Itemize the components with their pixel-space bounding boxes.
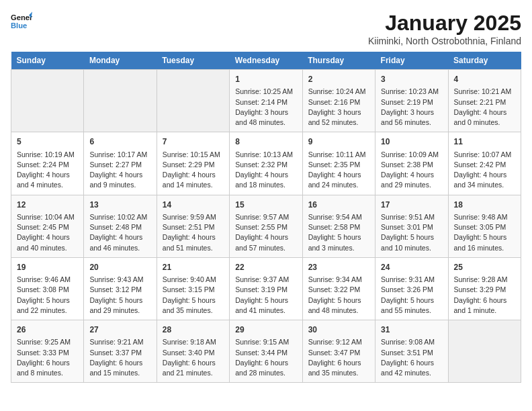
day-number: 16 <box>308 199 369 211</box>
day-info: Sunrise: 10:17 AM Sunset: 2:27 PM Daylig… <box>89 150 150 191</box>
subtitle: Kiiminki, North Ostrobothnia, Finland <box>368 36 521 46</box>
day-info: Sunrise: 9:46 AM Sunset: 3:08 PM Dayligh… <box>17 275 78 316</box>
day-number: 18 <box>454 199 515 211</box>
day-info: Sunrise: 10:21 AM Sunset: 2:21 PM Daylig… <box>454 87 515 128</box>
calendar-cell: 4Sunrise: 10:21 AM Sunset: 2:21 PM Dayli… <box>448 70 521 132</box>
day-info: Sunrise: 10:13 AM Sunset: 2:32 PM Daylig… <box>235 150 296 191</box>
day-info: Sunrise: 10:25 AM Sunset: 2:14 PM Daylig… <box>235 87 296 128</box>
day-info: Sunrise: 9:37 AM Sunset: 3:19 PM Dayligh… <box>235 275 296 316</box>
day-number: 28 <box>163 324 224 336</box>
calendar-cell: 27Sunrise: 9:21 AM Sunset: 3:37 PM Dayli… <box>84 320 157 383</box>
page-header: General Blue January 2025 Kiiminki, Nort… <box>11 11 521 46</box>
calendar-week-row: 1Sunrise: 10:25 AM Sunset: 2:14 PM Dayli… <box>11 70 521 132</box>
calendar-cell: 11Sunrise: 10:07 AM Sunset: 2:42 PM Dayl… <box>448 132 521 195</box>
day-number: 12 <box>17 199 78 211</box>
day-info: Sunrise: 9:25 AM Sunset: 3:33 PM Dayligh… <box>17 337 78 378</box>
calendar-cell: 15Sunrise: 9:57 AM Sunset: 2:55 PM Dayli… <box>230 195 302 257</box>
day-info: Sunrise: 9:40 AM Sunset: 3:15 PM Dayligh… <box>163 275 224 316</box>
svg-text:Blue: Blue <box>11 21 27 30</box>
svg-text:General: General <box>11 13 32 21</box>
day-info: Sunrise: 10:09 AM Sunset: 2:38 PM Daylig… <box>381 150 442 191</box>
day-info: Sunrise: 9:28 AM Sunset: 3:29 PM Dayligh… <box>454 275 515 316</box>
day-number: 2 <box>308 74 369 85</box>
calendar-table: SundayMondayTuesdayWednesdayThursdayFrid… <box>11 52 521 383</box>
day-info: Sunrise: 9:57 AM Sunset: 2:55 PM Dayligh… <box>235 212 296 253</box>
calendar-week-row: 5Sunrise: 10:19 AM Sunset: 2:24 PM Dayli… <box>11 132 521 195</box>
weekday-header-tuesday: Tuesday <box>157 52 229 70</box>
calendar-cell: 6Sunrise: 10:17 AM Sunset: 2:27 PM Dayli… <box>84 132 157 195</box>
calendar-cell: 5Sunrise: 10:19 AM Sunset: 2:24 PM Dayli… <box>11 132 84 195</box>
calendar-cell: 10Sunrise: 10:09 AM Sunset: 2:38 PM Dayl… <box>375 132 448 195</box>
calendar-cell: 16Sunrise: 9:54 AM Sunset: 2:58 PM Dayli… <box>302 195 375 257</box>
calendar-cell: 1Sunrise: 10:25 AM Sunset: 2:14 PM Dayli… <box>230 70 302 132</box>
calendar-week-row: 12Sunrise: 10:04 AM Sunset: 2:45 PM Dayl… <box>11 195 521 257</box>
calendar-header-row: SundayMondayTuesdayWednesdayThursdayFrid… <box>11 52 521 70</box>
day-number: 22 <box>235 262 296 273</box>
day-info: Sunrise: 9:21 AM Sunset: 3:37 PM Dayligh… <box>89 337 150 378</box>
day-info: Sunrise: 9:18 AM Sunset: 3:40 PM Dayligh… <box>163 337 224 378</box>
calendar-cell: 8Sunrise: 10:13 AM Sunset: 2:32 PM Dayli… <box>230 132 302 195</box>
logo: General Blue <box>11 11 32 32</box>
day-info: Sunrise: 10:24 AM Sunset: 2:16 PM Daylig… <box>308 87 369 128</box>
weekday-header-thursday: Thursday <box>302 52 375 70</box>
day-number: 26 <box>17 324 78 336</box>
day-number: 19 <box>17 262 78 273</box>
day-info: Sunrise: 10:15 AM Sunset: 2:29 PM Daylig… <box>163 150 224 191</box>
calendar-cell: 20Sunrise: 9:43 AM Sunset: 3:12 PM Dayli… <box>84 257 157 320</box>
day-info: Sunrise: 10:11 AM Sunset: 2:35 PM Daylig… <box>308 150 369 191</box>
calendar-body: 1Sunrise: 10:25 AM Sunset: 2:14 PM Dayli… <box>11 70 521 383</box>
day-info: Sunrise: 9:51 AM Sunset: 3:01 PM Dayligh… <box>381 212 442 253</box>
day-info: Sunrise: 10:02 AM Sunset: 2:48 PM Daylig… <box>89 212 150 253</box>
day-number: 10 <box>381 136 442 148</box>
calendar-cell: 25Sunrise: 9:28 AM Sunset: 3:29 PM Dayli… <box>448 257 521 320</box>
day-number: 4 <box>454 74 515 85</box>
calendar-week-row: 26Sunrise: 9:25 AM Sunset: 3:33 PM Dayli… <box>11 320 521 383</box>
day-number: 29 <box>235 324 296 336</box>
calendar-cell: 12Sunrise: 10:04 AM Sunset: 2:45 PM Dayl… <box>11 195 84 257</box>
day-number: 1 <box>235 74 296 85</box>
calendar-cell: 13Sunrise: 10:02 AM Sunset: 2:48 PM Dayl… <box>84 195 157 257</box>
day-number: 14 <box>163 199 224 211</box>
weekday-header-monday: Monday <box>84 52 157 70</box>
day-number: 21 <box>163 262 224 273</box>
day-number: 7 <box>163 136 224 148</box>
calendar-cell: 21Sunrise: 9:40 AM Sunset: 3:15 PM Dayli… <box>157 257 229 320</box>
weekday-header-wednesday: Wednesday <box>230 52 302 70</box>
day-number: 30 <box>308 324 369 336</box>
calendar-cell: 30Sunrise: 9:12 AM Sunset: 3:47 PM Dayli… <box>302 320 375 383</box>
calendar-cell: 14Sunrise: 9:59 AM Sunset: 2:51 PM Dayli… <box>157 195 229 257</box>
calendar-cell <box>448 320 521 383</box>
day-number: 9 <box>308 136 369 148</box>
calendar-cell: 28Sunrise: 9:18 AM Sunset: 3:40 PM Dayli… <box>157 320 229 383</box>
calendar-cell <box>11 70 84 132</box>
calendar-cell: 18Sunrise: 9:48 AM Sunset: 3:05 PM Dayli… <box>448 195 521 257</box>
day-info: Sunrise: 9:43 AM Sunset: 3:12 PM Dayligh… <box>89 275 150 316</box>
calendar-cell: 17Sunrise: 9:51 AM Sunset: 3:01 PM Dayli… <box>375 195 448 257</box>
day-number: 24 <box>381 262 442 273</box>
day-info: Sunrise: 10:19 AM Sunset: 2:24 PM Daylig… <box>17 150 78 191</box>
calendar-cell: 31Sunrise: 9:08 AM Sunset: 3:51 PM Dayli… <box>375 320 448 383</box>
calendar-cell: 3Sunrise: 10:23 AM Sunset: 2:19 PM Dayli… <box>375 70 448 132</box>
weekday-header-friday: Friday <box>375 52 448 70</box>
day-info: Sunrise: 10:07 AM Sunset: 2:42 PM Daylig… <box>454 150 515 191</box>
title-block: January 2025 Kiiminki, North Ostrobothni… <box>368 11 521 46</box>
calendar-week-row: 19Sunrise: 9:46 AM Sunset: 3:08 PM Dayli… <box>11 257 521 320</box>
day-number: 25 <box>454 262 515 273</box>
day-info: Sunrise: 9:12 AM Sunset: 3:47 PM Dayligh… <box>308 337 369 378</box>
calendar-cell: 9Sunrise: 10:11 AM Sunset: 2:35 PM Dayli… <box>302 132 375 195</box>
day-info: Sunrise: 9:31 AM Sunset: 3:26 PM Dayligh… <box>381 275 442 316</box>
calendar-cell: 24Sunrise: 9:31 AM Sunset: 3:26 PM Dayli… <box>375 257 448 320</box>
day-number: 13 <box>89 199 150 211</box>
day-number: 11 <box>454 136 515 148</box>
day-number: 5 <box>17 136 78 148</box>
day-info: Sunrise: 10:04 AM Sunset: 2:45 PM Daylig… <box>17 212 78 253</box>
day-number: 23 <box>308 262 369 273</box>
day-info: Sunrise: 9:34 AM Sunset: 3:22 PM Dayligh… <box>308 275 369 316</box>
day-number: 3 <box>381 74 442 85</box>
day-info: Sunrise: 10:23 AM Sunset: 2:19 PM Daylig… <box>381 87 442 128</box>
calendar-cell: 22Sunrise: 9:37 AM Sunset: 3:19 PM Dayli… <box>230 257 302 320</box>
main-title: January 2025 <box>368 11 521 36</box>
calendar-cell: 26Sunrise: 9:25 AM Sunset: 3:33 PM Dayli… <box>11 320 84 383</box>
weekday-header-sunday: Sunday <box>11 52 84 70</box>
day-number: 27 <box>89 324 150 336</box>
